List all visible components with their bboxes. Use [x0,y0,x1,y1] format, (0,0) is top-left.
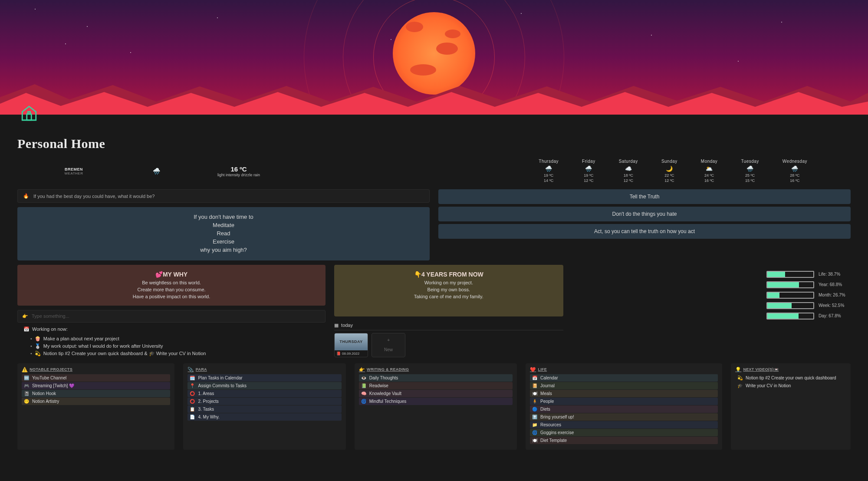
link-item[interactable]: 🎮Streaming [Twitch] 💜 [22,382,170,389]
link-item[interactable]: 📅Calendar [530,374,718,382]
warning-icon: ⚠️ [22,367,28,372]
svg-rect-2 [27,114,32,120]
gallery-new-card[interactable]: + New [372,333,405,357]
weather-forecast: Thursday🌧️19 ºC14 ºC Friday🌧️19 ºC12 ºC … [539,159,851,183]
calendar-icon: 📅 [23,326,30,332]
link-item[interactable]: 🗓️Plan Tasks in Calendar [187,374,341,382]
link-item[interactable]: 🧠Knowledge Vault [359,390,513,397]
link-item[interactable]: 🔵Diets [530,405,718,413]
block-life[interactable]: ❤️LIFE 📅Calendar 📔Journal 🍽️Meals 🧍Peopl… [526,363,722,450]
progress-week: Week: 52.5% [766,302,851,309]
gallery-card[interactable]: THURSDAY 📕08.09.2022 [334,333,368,357]
link-item[interactable]: 🆕YouTube Channel [22,374,170,382]
bullet-item[interactable]: 🍿 Make a plan about next year project [30,335,326,343]
link-item[interactable]: 📗Readwise [359,382,513,389]
bulb-icon: 💡 [735,367,741,372]
link-item[interactable]: 🍽️Meals [530,390,718,397]
progress-widget: Life: 38.7% Year: 68.8% Month: 26.7% Wee… [572,265,851,320]
progress-day: Day: 67.8% [766,313,851,320]
forecast-day: Monday🌥️24 ºC16 ºC [701,159,718,183]
link-item[interactable]: 🧍People [530,398,718,405]
link-item[interactable]: 📁Resources [530,421,718,428]
heart-icon: ❤️ [530,367,536,372]
link-item[interactable]: ⭕1. Areas [187,390,341,397]
gallery-icon: ▦ [334,323,339,328]
progress-year: Year: 68.8% [766,281,851,288]
working-on-now[interactable]: 📅 Working on now: [17,325,326,333]
link-item[interactable]: 🌀Goggins exercise [530,429,718,436]
link-item[interactable]: 📓Notion Hook [22,390,170,397]
link-item[interactable]: 🌀Mindful Techniques [359,398,513,405]
quote-1[interactable]: Tell the Truth [438,189,851,204]
callout-meditate[interactable]: If you don't have time to Meditate Read … [17,207,430,260]
callout-text: If you had the best day you could have, … [33,194,155,199]
quote-3[interactable]: Act, so you can tell the truth on how yo… [438,224,851,239]
link-item[interactable]: 📋3. Tasks [187,405,341,413]
link-item[interactable]: ⭕2. Projects [187,398,341,405]
weather-location: BREMEN WEATHER [17,167,130,175]
link-item[interactable]: 🍽️Diet Template [530,437,718,444]
svg-rect-3 [28,112,30,114]
progress-life: Life: 38.7% [766,271,851,278]
block-notable-projects[interactable]: ⚠️NOTABLE PROJECTS 🆕YouTube Channel 🎮Str… [17,363,174,450]
link-item[interactable]: 📍Assign Commits to Tasks [187,382,341,389]
fire-icon: 🔥 [23,193,29,199]
paperclip-icon: 📎 [187,367,194,372]
weather-current-icon: 🌧️ [130,168,182,175]
forecast-day: Saturday☁️18 ºC12 ºC [619,159,638,183]
page-icon-home[interactable] [20,104,38,122]
link-item[interactable]: 🎓Write your CV in Notion [735,382,846,389]
block-para[interactable]: 📎PARA 🗓️Plan Tasks in Calendar 📍Assign C… [183,363,345,450]
plus-icon: + [387,338,390,343]
forecast-day: Tuesday🌧️25 ºC15 ºC [741,159,759,183]
page-title[interactable]: Personal Home [17,136,851,151]
quote-2[interactable]: Don't do the things you hate [438,207,851,221]
link-item[interactable]: 📄4. My Why. [187,413,341,421]
block-next-videos[interactable]: 💡NEXT VIDEO(S)📼 💫Notion tip #2 Create yo… [731,363,851,450]
callout-4-years[interactable]: 👇4 YEARS FROM NOW Working on my project.… [334,265,563,316]
link-item[interactable]: 📔Journal [530,382,718,389]
callout-best-day[interactable]: 🔥 If you had the best day you could have… [17,189,430,203]
point-right-icon: 👉 [359,367,365,372]
task-bullets: 🍿 Make a plan about next year project 🥈 … [17,335,326,357]
cover-image[interactable] [0,0,868,115]
weather-widget: BREMEN WEATHER 🌧️ 16 ºC light intensity … [17,157,851,189]
link-item[interactable]: ⬆️Bring yourself up! [530,413,718,421]
callout-my-why[interactable]: 💕MY WHY Be weightless on this world. Cre… [17,265,326,306]
forecast-day: Thursday🌧️19 ºC14 ºC [539,159,559,183]
link-item[interactable]: 👁️Daily Thoughts [359,374,513,382]
book-icon: 📕 [336,352,341,356]
gallery-tab-today[interactable]: ▦ today [334,321,563,330]
forecast-day: Friday🌧️19 ºC12 ºC [582,159,595,183]
progress-month: Month: 26.7% [766,292,851,299]
bullet-item[interactable]: 🥈 My work output: what I would do for wo… [30,343,326,350]
bullet-item[interactable]: 💫 Notion tip #2 Create your own quick da… [30,350,326,357]
link-item[interactable]: 💫Notion tip #2 Create your own quick das… [735,374,846,382]
forecast-day: Sunday🌙22 ºC12 ºC [661,159,677,183]
weather-current-temp: 16 ºC light intensity drizzle rain [182,165,295,177]
forecast-day: Wednesday🌧️28 ºC16 ºC [783,159,807,183]
link-item[interactable]: 😶Notion Artistry [22,398,170,405]
point-right-icon: 👉 [22,313,28,319]
block-writing-reading[interactable]: 👉WRITING & READING 👁️Daily Thoughts 📗Rea… [355,363,517,450]
type-something-input[interactable]: 👉 Type something... [17,310,326,323]
